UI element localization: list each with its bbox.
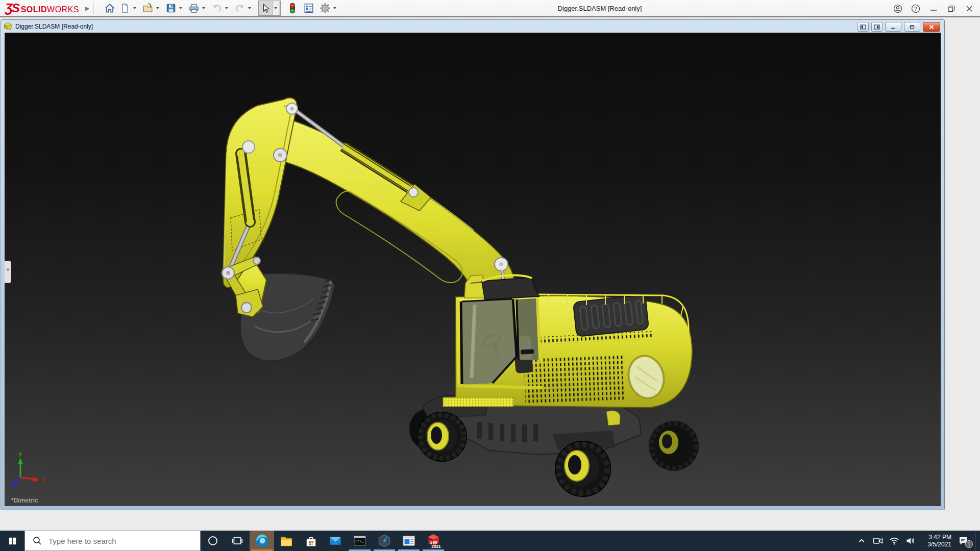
terminal-prompt-text: C:\_ xyxy=(356,540,364,543)
notification-badge: 1 xyxy=(965,540,973,548)
main-titlebar: ƷS SOLIDWORKS ▶ xyxy=(0,0,980,17)
redo-icon xyxy=(234,3,246,14)
task-view-button[interactable] xyxy=(225,531,250,551)
rear-wheel xyxy=(555,441,610,496)
cortana-button[interactable] xyxy=(201,531,225,551)
taskbar-search[interactable] xyxy=(24,531,201,551)
print-button[interactable] xyxy=(187,2,201,15)
account-icon xyxy=(893,4,902,13)
store-button[interactable] xyxy=(299,531,323,551)
pane-left-icon xyxy=(860,24,866,30)
cortana-icon xyxy=(207,535,218,546)
options-dropdown[interactable] xyxy=(332,2,338,15)
meet-now-button[interactable] xyxy=(872,531,884,551)
clock[interactable]: 3:42 PM 3/5/2021 xyxy=(921,534,951,548)
view-orientation-label: *Dimetric xyxy=(11,497,38,504)
restore-button[interactable] xyxy=(947,4,956,13)
open-button[interactable] xyxy=(141,2,155,15)
new-document-dropdown[interactable] xyxy=(132,2,138,15)
account-button[interactable] xyxy=(893,4,902,13)
open-dropdown[interactable] xyxy=(155,2,161,15)
front-wheel xyxy=(418,412,467,461)
doc-restore-button[interactable] xyxy=(904,22,920,32)
home-button[interactable] xyxy=(103,2,116,15)
restore-icon xyxy=(947,5,955,13)
file-explorer-button[interactable] xyxy=(274,531,299,551)
close-button[interactable] xyxy=(965,4,974,13)
start-button[interactable] xyxy=(0,531,24,551)
store-icon xyxy=(305,535,317,547)
document-title: Digger.SLDASM [Read-only] xyxy=(15,23,93,30)
speaker-icon xyxy=(905,536,916,545)
terminal-button[interactable]: C:\_ xyxy=(348,531,372,551)
doc-minimize-button[interactable] xyxy=(885,22,901,32)
toolbar-flyout-arrow[interactable]: ▶ xyxy=(85,5,89,12)
save-dropdown[interactable] xyxy=(178,2,184,15)
stoplight-icon xyxy=(288,2,297,14)
print-dropdown[interactable] xyxy=(201,2,207,15)
doc-close-button[interactable] xyxy=(923,22,940,32)
select-cursor-icon xyxy=(260,3,271,13)
help-icon: ? xyxy=(911,4,920,13)
file-explorer-icon xyxy=(280,534,293,547)
engine-cover xyxy=(573,295,649,337)
document-window-controls xyxy=(857,22,940,32)
print-icon xyxy=(188,3,200,14)
triad-x-label: X xyxy=(42,477,46,483)
graphics-viewport[interactable]: Y X *Dimetric xyxy=(5,33,941,506)
undo-button[interactable] xyxy=(210,2,224,15)
mail-button[interactable] xyxy=(323,531,348,551)
reference-triad: Y X xyxy=(10,452,46,487)
pane-tab-dot xyxy=(7,268,9,271)
select-button[interactable] xyxy=(259,2,272,15)
minimize-icon xyxy=(929,5,938,13)
document-titlebar[interactable]: Digger.SLDASM [Read-only] xyxy=(1,20,944,33)
doc-pane-right-button[interactable] xyxy=(871,22,883,32)
meet-now-camera-icon xyxy=(873,537,883,545)
task-pane-icon xyxy=(303,3,314,14)
display-app-button[interactable] xyxy=(397,531,421,551)
home-icon xyxy=(104,3,115,14)
help-button[interactable]: ? xyxy=(911,4,920,13)
new-document-button[interactable] xyxy=(118,2,132,15)
digger-model[interactable]: Y X xyxy=(5,33,941,506)
side-vents xyxy=(524,355,626,404)
select-dropdown[interactable] xyxy=(272,1,279,15)
search-input[interactable] xyxy=(47,536,187,546)
volume-button[interactable] xyxy=(904,531,917,551)
edge-taskbar-button[interactable] xyxy=(250,531,274,551)
feature-pane-collapsed-tab[interactable] xyxy=(5,261,11,283)
show-desktop-button[interactable] xyxy=(975,531,978,551)
search-icon xyxy=(32,536,42,546)
solidworks-logo: ƷS SOLIDWORKS xyxy=(5,1,79,15)
redo-dropdown[interactable] xyxy=(247,2,253,15)
new-document-icon xyxy=(120,3,130,14)
display-app-icon xyxy=(402,535,415,547)
tray-chevron-button[interactable] xyxy=(855,531,868,551)
svg-text:?: ? xyxy=(914,6,917,12)
doc-restore-icon xyxy=(909,24,915,30)
taskbar: C:\_ SW 2021 xyxy=(0,531,980,551)
edrawings-hexagon-icon xyxy=(378,534,391,547)
doc-pane-left-button[interactable] xyxy=(857,22,869,32)
toolbar-separator xyxy=(93,2,94,14)
solidworks-2021-icon: SW 2021 xyxy=(426,533,441,548)
undo-dropdown[interactable] xyxy=(224,2,230,15)
doc-minimize-icon xyxy=(890,24,896,30)
rebuild-stoplight-button[interactable] xyxy=(286,2,299,15)
app-window-controls: ? xyxy=(893,0,980,17)
select-tool-group xyxy=(258,1,281,16)
redo-button[interactable] xyxy=(233,2,247,15)
solidworks-taskbar-button[interactable]: SW 2021 xyxy=(421,531,446,551)
action-center-button[interactable]: 1 xyxy=(955,531,971,551)
sw-year: 2021 xyxy=(431,544,441,548)
wifi-button[interactable] xyxy=(888,531,900,551)
minimize-button[interactable] xyxy=(929,4,938,13)
system-tray: 3:42 PM 3/5/2021 1 xyxy=(855,531,980,551)
cab-roof xyxy=(482,278,539,299)
edrawings-button[interactable] xyxy=(372,531,397,551)
task-pane-button[interactable] xyxy=(302,2,315,15)
options-button[interactable] xyxy=(318,2,332,15)
edge-icon xyxy=(255,534,269,548)
save-button[interactable] xyxy=(164,2,178,15)
